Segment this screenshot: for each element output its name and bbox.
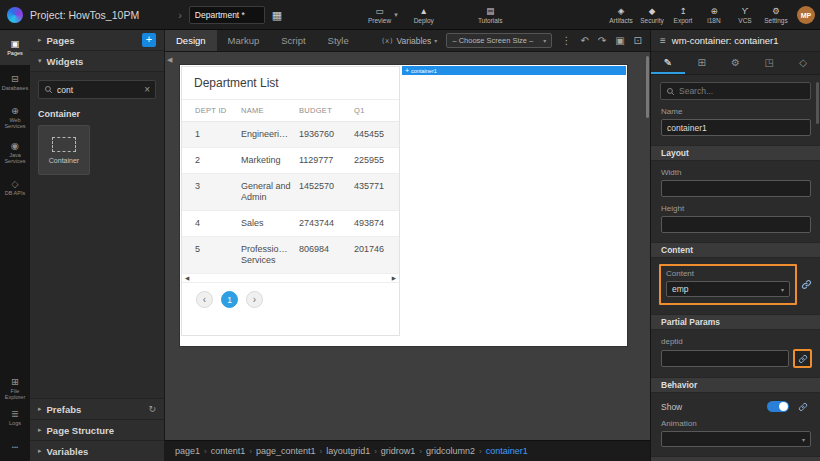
tutorials-button[interactable]: ▤ Tutorials	[478, 7, 503, 24]
bind-link-icon[interactable]	[801, 279, 812, 290]
page-selector-value: Department *	[195, 10, 245, 20]
tab-design[interactable]: Design	[165, 30, 217, 51]
department-list-widget[interactable]: Department List DEPT ID NAME BUDGET Q1 1…	[181, 66, 400, 336]
save-icon[interactable]: ▣	[615, 36, 624, 46]
table-cell: 5	[195, 244, 241, 266]
table-row[interactable]: 4 Sales 2743744 493874	[182, 211, 399, 237]
behavior-section-header: Behavior	[651, 377, 820, 393]
show-bind-link-icon[interactable]	[798, 402, 808, 412]
rail-item-logs[interactable]: ≣ Logs	[0, 403, 30, 432]
tutorials-label: Tutorials	[478, 17, 503, 24]
inspector-scrollbar[interactable]	[816, 82, 819, 124]
rail-label: Logs	[9, 420, 21, 426]
rail-more-button[interactable]: •••	[0, 432, 30, 461]
pagination-page-1-button[interactable]: 1	[221, 291, 238, 308]
page-structure-section-header[interactable]: ▸ Page Structure	[30, 419, 164, 440]
deploy-icon: ▲	[420, 7, 428, 16]
show-toggle[interactable]	[767, 401, 789, 412]
security-button[interactable]: ◆ Security	[638, 7, 666, 24]
table-cell: Sales	[241, 218, 299, 229]
widget-search-input[interactable]	[57, 85, 140, 95]
app-logo[interactable]	[7, 7, 23, 23]
animation-select[interactable]: ▾	[661, 431, 811, 447]
breadcrumb-item-container1[interactable]: container1	[486, 446, 528, 456]
breadcrumb-item-layoutgrid1[interactable]: layoutgrid1	[326, 446, 370, 456]
breadcrumb-item-content1[interactable]: content1	[211, 446, 246, 456]
tab-markup[interactable]: Markup	[217, 30, 271, 51]
canvas-scrollbar[interactable]	[646, 56, 649, 118]
content-highlight-box: Content emp ▾	[659, 264, 797, 305]
width-input[interactable]	[661, 180, 811, 197]
rail-item-pages[interactable]: ▣ Pages	[0, 30, 30, 65]
deptid-bind-link-icon[interactable]	[793, 349, 812, 368]
page-artboard[interactable]: Department List DEPT ID NAME BUDGET Q1 1…	[180, 65, 627, 346]
tab-style[interactable]: Style	[317, 30, 360, 51]
widgets-section-header[interactable]: ▾ Widgets	[30, 51, 164, 72]
breadcrumb-item-page-content1[interactable]: page_content1	[256, 446, 316, 456]
rail-item-file-explorer[interactable]: ⊞ File Explorer	[0, 374, 30, 403]
artifacts-button[interactable]: ◈ Artifacts	[607, 7, 635, 24]
preview-button[interactable]: ▭ Preview	[368, 7, 391, 24]
add-page-button[interactable]: +	[142, 33, 156, 47]
breadcrumb-item-gridcolumn2[interactable]: gridcolumn2	[426, 446, 475, 456]
settings-button[interactable]: ⚙ Settings	[762, 7, 790, 24]
table-row[interactable]: 1 Engineeri… 1936760 445455	[182, 122, 399, 148]
scroll-right-icon[interactable]: ▶	[392, 275, 396, 281]
tab-properties[interactable]: ✎	[651, 52, 685, 74]
deploy-button[interactable]: ▲ Deploy	[414, 7, 434, 24]
tab-settings[interactable]: ⚙	[719, 52, 753, 74]
table-horizontal-scrollbar[interactable]: ◀ ▶	[182, 274, 399, 283]
clear-search-icon[interactable]: ×	[144, 85, 150, 95]
scroll-left-icon[interactable]: ◀	[185, 275, 189, 281]
undo-icon[interactable]: ↶	[580, 36, 588, 46]
rail-item-web-services[interactable]: ⊕ Web Services	[0, 100, 30, 135]
breadcrumb-item-gridrow1[interactable]: gridrow1	[381, 446, 416, 456]
export-button[interactable]: ↥ Export	[669, 7, 697, 24]
caret-down-icon: ▾	[781, 286, 784, 293]
collapse-left-panel-icon[interactable]: ◀	[167, 56, 172, 64]
tab-script[interactable]: Script	[270, 30, 316, 51]
pagination-next-button[interactable]: ›	[246, 291, 263, 308]
vcs-icon: ϒ	[742, 7, 749, 16]
refresh-icon[interactable]: ↻	[148, 404, 156, 414]
settings-icon: ⚙	[772, 7, 780, 16]
preview-icon: ▭	[376, 7, 384, 16]
pagination-prev-button[interactable]: ‹	[196, 291, 213, 308]
vcs-button[interactable]: ϒ VCS	[731, 7, 759, 24]
left-panel: ▸ Pages + ▾ Widgets × Container Containe…	[30, 30, 165, 461]
i18n-button[interactable]: ⊕ i18N	[700, 7, 728, 24]
content-select[interactable]: emp ▾	[666, 281, 790, 297]
property-search-input[interactable]	[679, 86, 805, 96]
table-row[interactable]: 3 General and Admin 1452570 435771	[182, 174, 399, 211]
prefabs-section-header[interactable]: ▸ Prefabs ↻	[30, 398, 164, 419]
tab-styles[interactable]: ⊞	[685, 52, 719, 74]
selected-container-widget[interactable]: + container1	[402, 66, 626, 75]
user-avatar[interactable]: MP	[797, 6, 815, 24]
table-row[interactable]: 5 Professio… Services 806984 201746	[182, 237, 399, 274]
rail-item-java-services[interactable]: ◉ Java Services	[0, 135, 30, 170]
hamburger-icon[interactable]: ≡	[660, 35, 666, 46]
screen-size-select[interactable]: – Choose Screen Size – ▾	[446, 33, 552, 48]
container-widget-tile[interactable]: Container	[38, 125, 90, 175]
tab-device[interactable]: ◳	[752, 52, 786, 74]
caret-down-icon: ▾	[38, 57, 42, 65]
pages-section-header[interactable]: ▸ Pages +	[30, 30, 164, 51]
rail-item-databases[interactable]: ⊟ Databases	[0, 65, 30, 100]
grid-view-icon[interactable]: ▦	[272, 10, 282, 21]
rail-item-db-apis[interactable]: ◇ DB APIs	[0, 170, 30, 205]
variables-section-header[interactable]: ▸ Variables	[30, 440, 164, 461]
table-cell: 445455	[354, 129, 398, 140]
preview-caret-icon[interactable]: ▾	[394, 11, 398, 19]
height-input[interactable]	[661, 216, 811, 233]
variables-button[interactable]: (x) Variables ▾	[381, 36, 437, 46]
table-row[interactable]: 2 Marketing 1129777 225955	[182, 148, 399, 174]
redo-icon[interactable]: ↷	[598, 36, 606, 46]
design-canvas[interactable]: ◀ Department List DEPT ID NAME BUDGET Q1…	[165, 52, 650, 440]
breadcrumb-item-page1[interactable]: page1	[175, 446, 200, 456]
deptid-input[interactable]	[661, 350, 789, 367]
tab-misc[interactable]: ◇	[786, 52, 820, 74]
name-input[interactable]	[661, 119, 811, 136]
more-options-icon[interactable]: ⋮	[561, 36, 571, 46]
device-preview-icon[interactable]: ⊡	[634, 36, 642, 46]
page-selector[interactable]: Department *	[189, 6, 265, 24]
